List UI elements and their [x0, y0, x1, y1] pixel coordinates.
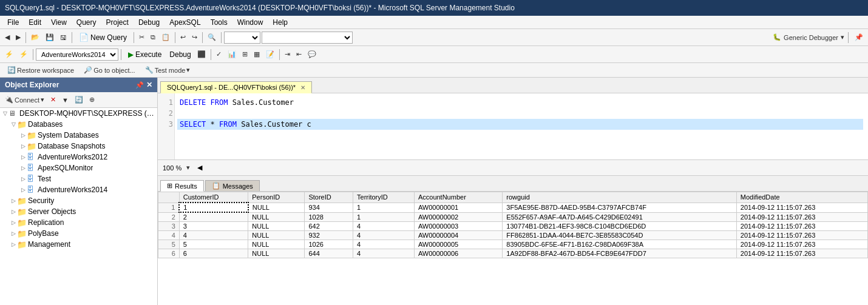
restore-workspace-button[interactable]: 🔄 Restore workspace [5, 64, 76, 77]
menu-edit[interactable]: Edit [24, 17, 46, 28]
text-button[interactable]: 📝 [263, 48, 277, 61]
tree-test[interactable]: ▷ 🗄 Test [0, 173, 157, 184]
tree-management[interactable]: ▷ 📁 Management [0, 239, 157, 250]
debug-search-button[interactable]: 🔍 [205, 31, 219, 44]
table-row[interactable]: 3 3 NULL 642 4 AW00000003 130774B1-DB21-… [158, 222, 868, 231]
menu-help[interactable]: Help [268, 17, 293, 28]
results-grid[interactable]: CustomerID PersonID StoreID TerritoryID … [158, 192, 868, 305]
menu-query[interactable]: Query [72, 17, 101, 28]
oe-pin-icon[interactable]: 📌 [135, 81, 144, 89]
kw-from: FROM [211, 98, 228, 107]
tree-db-snapshots[interactable]: ▷ 📁 Database Snapshots [0, 141, 157, 152]
copy-button[interactable]: ⧉ [148, 31, 158, 44]
zoom-bar: 100 % ▾ ◀ [158, 160, 868, 176]
results-tab[interactable]: ⊞ Results [160, 180, 204, 192]
go-to-object-button[interactable]: 🔎 Go to object... [81, 64, 137, 77]
security-expand-icon: ▷ [10, 198, 17, 204]
editor-tab-query1[interactable]: SQLQuery1.sql - DE...QH0VFT\boksi (56))*… [160, 81, 312, 93]
cell-customerid[interactable]: 1 [179, 203, 248, 212]
oe-title: Object Explorer [5, 81, 59, 89]
tree-server-node[interactable]: ▽ 🖥 DESKTOP-MQH0VFT\SQLEXPRESS (SQL Serv… [0, 108, 157, 119]
table-row[interactable]: 4 4 NULL 932 4 AW00000004 FF862851-1DAA-… [158, 231, 868, 240]
database-dropdown[interactable]: AdventureWorks2014 [36, 49, 118, 61]
cell-customerid[interactable]: 6 [179, 249, 248, 258]
oe-close-icon[interactable]: ✕ [146, 81, 152, 89]
comment-icon: 💬 [308, 50, 316, 58]
sql-code[interactable]: DELETE FROM Sales.Customer SELECT * FROM… [175, 93, 868, 159]
cell-customerid[interactable]: 3 [179, 222, 248, 231]
tree-security[interactable]: ▷ 📁 Security [0, 195, 157, 206]
parse-button[interactable]: ✓ [214, 48, 224, 61]
toolbar2-icon2[interactable]: ⚡ [17, 48, 30, 61]
forward-button[interactable]: ▶ [13, 31, 23, 44]
tree-system-databases[interactable]: ▷ 📁 System Databases [0, 130, 157, 141]
cell-accountnumber: AW00000006 [414, 249, 502, 258]
menu-window[interactable]: Window [232, 17, 268, 28]
editor-tab-close[interactable]: ✕ [300, 84, 305, 91]
indent-button[interactable]: ⇥ [282, 48, 293, 61]
sysdb-icon: 📁 [27, 131, 36, 139]
tree-replication[interactable]: ▷ 📁 Replication [0, 217, 157, 228]
messages-tab[interactable]: 📋 Messages [205, 180, 260, 191]
context-dropdown2[interactable] [262, 32, 353, 44]
tree-databases[interactable]: ▽ 📁 Databases [0, 119, 157, 130]
comment-button[interactable]: 💬 [305, 48, 319, 61]
redo-button[interactable]: ↪ [189, 31, 200, 44]
cell-customerid[interactable]: 2 [179, 212, 248, 222]
object-explorer: Object Explorer 📌 ✕ 🔌 Connect ▾ ✕ ▼ 🔄 ⊕ … [0, 78, 158, 305]
cell-storeid: 1026 [305, 240, 353, 249]
unindent-button[interactable]: ⇤ [294, 48, 304, 61]
pin-window-button[interactable]: 📌 [852, 31, 866, 44]
cell-rownum: 4 [158, 231, 180, 240]
plan-icon: 📊 [228, 50, 236, 58]
grid-button[interactable]: ▦ [251, 48, 262, 61]
menu-project[interactable]: Project [101, 17, 134, 28]
tree-aw2014[interactable]: ▷ 🗄 AdventureWorks2014 [0, 184, 157, 195]
stop-button[interactable]: ⬛ [195, 48, 208, 61]
table-row[interactable]: 5 5 NULL 1026 4 AW00000005 83905BDC-6F5E… [158, 240, 868, 249]
menu-file[interactable]: File [2, 17, 24, 28]
table-row[interactable]: 2 2 NULL 1028 1 AW00000002 E552F657-A9AF… [158, 212, 868, 222]
table-row[interactable]: 6 6 NULL 644 4 AW00000006 1A92DF88-BFA2-… [158, 249, 868, 258]
table-row[interactable]: 1 1 NULL 934 1 AW00000001 3F5AE95E-B87D-… [158, 203, 868, 212]
save-button[interactable]: 💾 [43, 31, 56, 44]
oe-connect-button[interactable]: 🔌 Connect ▾ [2, 93, 47, 107]
debugger-dropdown-icon: ▾ [841, 33, 844, 41]
open-file-button[interactable]: 📂 [29, 31, 42, 44]
paste-icon: 📋 [161, 33, 170, 41]
display-plan-button[interactable]: 📊 [225, 48, 239, 61]
menu-view[interactable]: View [46, 17, 72, 28]
menu-apexsql[interactable]: ApexSQL [164, 17, 205, 28]
menu-bar: File Edit View Query Project Debug ApexS… [0, 16, 868, 29]
test-mode-button[interactable]: 🔧 Test mode ▾ [143, 64, 193, 77]
testmode-label: Test mode [155, 67, 186, 74]
zoom-dropdown[interactable]: ▾ [184, 161, 192, 175]
paste-button[interactable]: 📋 [159, 31, 172, 44]
save-all-button[interactable]: 🖫 [58, 31, 69, 44]
execute-button[interactable]: ▶ Execute [124, 48, 166, 61]
toolbar2-icon1[interactable]: ⚡ [2, 48, 16, 61]
back-button[interactable]: ◀ [2, 31, 12, 44]
tree-polybase[interactable]: ▷ 📁 PolyBase [0, 228, 157, 239]
oe-refresh-button[interactable]: 🔄 [72, 93, 86, 107]
context-dropdown[interactable] [224, 32, 260, 44]
new-query-button[interactable]: 📄 New Query [75, 31, 131, 44]
oe-disconnect-button[interactable]: ✕ [48, 93, 58, 107]
tree-apexsql[interactable]: ▷ 🗄 ApexSQLMonitor [0, 163, 157, 173]
oe-filter-button[interactable]: ▼ [59, 93, 71, 107]
cell-customerid[interactable]: 5 [179, 240, 248, 249]
cell-personid: NULL [248, 240, 305, 249]
sql-editor[interactable]: 1 2 3 DELETE FROM Sales.Customer SELECT … [158, 93, 868, 160]
tree-aw2012[interactable]: ▷ 🗄 AdventureWorks2012 [0, 152, 157, 163]
aw2014-db-icon: 🗄 [27, 186, 36, 194]
tree-server-objects[interactable]: ▷ 📁 Server Objects [0, 206, 157, 217]
kw-from2: FROM [219, 120, 237, 129]
menu-debug[interactable]: Debug [134, 17, 164, 28]
cell-customerid[interactable]: 4 [179, 231, 248, 240]
cell-rownum: 1 [158, 203, 180, 212]
oe-more-button[interactable]: ⊕ [87, 93, 97, 107]
cut-button[interactable]: ✂ [137, 31, 147, 44]
undo-button[interactable]: ↩ [178, 31, 188, 44]
menu-tools[interactable]: Tools [206, 17, 232, 28]
results-button[interactable]: ⊞ [240, 48, 250, 61]
